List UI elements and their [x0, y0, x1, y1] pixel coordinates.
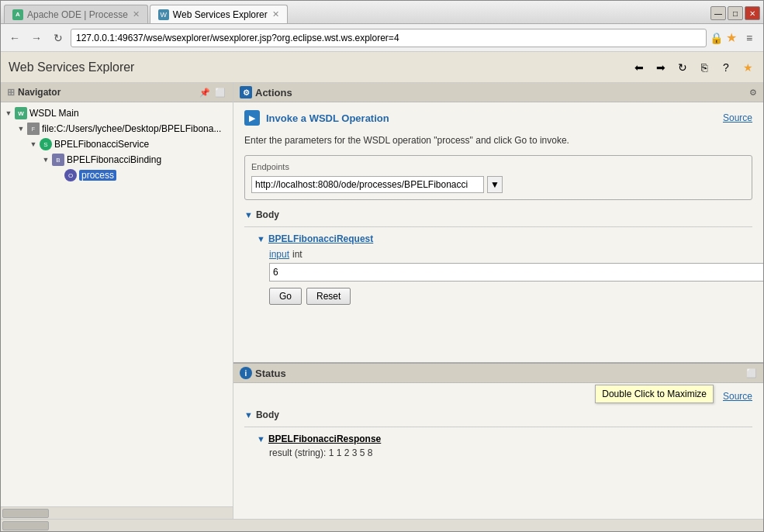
app-title: Web Services Explorer: [9, 60, 631, 74]
extension-icon[interactable]: 🔒: [710, 32, 723, 44]
status-content: Double Click to Maximize Source ▼ Body ▼: [233, 383, 763, 466]
actions-source-link[interactable]: Source: [723, 112, 752, 123]
bottom-scroll-thumb[interactable]: [2, 521, 49, 530]
reset-button[interactable]: Reset: [306, 288, 351, 305]
tab-wse[interactable]: W Web Services Explorer ✕: [150, 5, 288, 23]
maximize-button[interactable]: □: [728, 6, 743, 20]
request-section: ▼ BPELFibonacciRequest input int Go Rese…: [257, 233, 752, 305]
process-label: process: [79, 170, 116, 181]
forward-button[interactable]: →: [27, 29, 46, 47]
status-header: i Status ⬜: [233, 364, 763, 383]
status-title: i Status: [240, 367, 286, 379]
actions-content: ▶ Invoke a WSDL Operation Source Enter t…: [233, 102, 763, 313]
nav-back-icon[interactable]: ⬅: [631, 60, 647, 75]
wse-favicon: W: [158, 9, 169, 20]
actions-header: ⚙ Actions ⚙: [233, 83, 763, 102]
status-source-link[interactable]: Source: [723, 391, 752, 402]
minimize-button[interactable]: —: [710, 6, 726, 20]
body-header: ▼ Body: [244, 209, 752, 220]
tab-apache-close[interactable]: ✕: [133, 9, 140, 19]
url-bar[interactable]: [71, 29, 707, 47]
nav-forward-icon[interactable]: ➡: [653, 60, 669, 75]
input-field[interactable]: [269, 263, 763, 282]
field-label[interactable]: input: [269, 249, 289, 260]
refresh-button[interactable]: ↻: [49, 29, 67, 47]
invoke-icon: ▶: [244, 110, 260, 126]
invoke-row: ▶ Invoke a WSDL Operation Source: [244, 110, 752, 126]
body-section: ▼ Body ▼ BPELFibonacciRequest input in: [244, 209, 752, 305]
close-button[interactable]: ✕: [745, 6, 760, 20]
description-text: Enter the parameters for the WSDL operat…: [244, 135, 752, 146]
request-header[interactable]: ▼ BPELFibonacciRequest: [257, 233, 752, 244]
tab-wse-label: Web Services Explorer: [173, 9, 268, 20]
bookmark-icon[interactable]: ★: [726, 30, 737, 45]
endpoints-label: Endpoints: [251, 162, 745, 171]
menu-icon[interactable]: ≡: [740, 29, 759, 47]
navigator-title: ⊞ Navigator: [7, 87, 60, 98]
navigator-header: ⊞ Navigator 📌 ⬜: [1, 83, 233, 102]
status-resize-icon[interactable]: ⬜: [746, 368, 757, 378]
main-window: A Apache ODE | Processe ✕ W Web Services…: [0, 0, 764, 532]
expander-process[interactable]: [54, 171, 63, 180]
tree: ▼ W WSDL Main ▼ F file:C:/Users/lychee/D…: [1, 102, 233, 506]
expander-service[interactable]: ▼: [29, 140, 38, 149]
tree-item-process[interactable]: O process: [1, 168, 233, 183]
copy-icon[interactable]: ⎘: [697, 60, 712, 75]
tree-item-wsdl-main[interactable]: ▼ W WSDL Main: [1, 105, 233, 121]
scroll-thumb[interactable]: [2, 509, 49, 518]
actions-gear-icon[interactable]: ⚙: [749, 88, 757, 98]
file-icon: F: [27, 123, 40, 135]
back-button[interactable]: ←: [5, 29, 24, 47]
status-divider: [244, 427, 752, 427]
body-label: Body: [256, 209, 279, 220]
navigator-pin-icon[interactable]: 📌: [199, 86, 211, 98]
response-header: ▼ BPELFibonacciResponse: [257, 434, 752, 444]
request-collapse-arrow[interactable]: ▼: [257, 234, 265, 244]
tree-item-service[interactable]: ▼ S BPELFibonacciService: [1, 136, 233, 152]
status-icon: i: [240, 367, 252, 379]
tree-item-binding[interactable]: ▼ B BPELFibonacciBinding: [1, 152, 233, 168]
expander-wsdl-main[interactable]: ▼: [4, 109, 13, 118]
apache-favicon: A: [12, 9, 23, 20]
tab-apache-label: Apache ODE | Processe: [27, 9, 128, 20]
response-title: BPELFibonacciResponse: [268, 434, 381, 444]
browser-toolbar: ← → ↻ 🔒 ★ ≡: [1, 24, 763, 52]
favorites-icon[interactable]: ★: [740, 60, 755, 75]
navigator-maximize-icon[interactable]: ⬜: [214, 86, 226, 98]
tab-wse-close[interactable]: ✕: [272, 9, 279, 19]
status-header-icons: ⬜: [746, 368, 757, 378]
body-divider: [244, 226, 752, 227]
tab-apache[interactable]: A Apache ODE | Processe ✕: [4, 5, 148, 23]
body-collapse-arrow[interactable]: ▼: [244, 210, 253, 219]
wsdl-main-icon: W: [15, 107, 27, 119]
endpoint-input[interactable]: [251, 176, 484, 193]
expander-file[interactable]: ▼: [16, 124, 26, 133]
status-body-header: ▼ Body: [244, 409, 752, 420]
navigator-scrollbar[interactable]: [1, 506, 233, 519]
help-icon[interactable]: ?: [718, 60, 734, 75]
status-body-collapse[interactable]: ▼: [244, 410, 253, 420]
tab-bar: A Apache ODE | Processe ✕ W Web Services…: [1, 1, 763, 24]
bottom-scrollbar[interactable]: [1, 519, 763, 531]
binding-icon: B: [52, 154, 64, 166]
response-collapse-arrow[interactable]: ▼: [257, 434, 265, 444]
right-panel: ⚙ Actions ⚙ ▶ Invoke a WSDL Operation So…: [233, 83, 763, 519]
status-body-section: ▼ Body ▼ BPELFibonacciResponse result (s…: [244, 409, 752, 458]
go-button[interactable]: Go: [269, 288, 302, 305]
expander-binding[interactable]: ▼: [41, 155, 50, 164]
field-label-row: input int: [269, 249, 752, 260]
window-controls: — □ ✕: [710, 6, 760, 23]
app-header-icons: ⬅ ➡ ↻ ⎘ ? ★: [631, 60, 755, 75]
op-icon: O: [64, 169, 77, 181]
refresh-icon[interactable]: ↻: [675, 60, 690, 75]
tree-item-file[interactable]: ▼ F file:C:/Users/lychee/Desktop/BPELFib…: [1, 121, 233, 136]
actions-icon: ⚙: [240, 86, 252, 98]
app-header: Web Services Explorer ⬅ ➡ ↻ ⎘ ? ★: [1, 52, 763, 83]
request-title[interactable]: BPELFibonacciRequest: [268, 233, 373, 244]
actions-header-icons: ⚙: [749, 88, 757, 98]
action-buttons: Go Reset: [269, 288, 752, 305]
field-type: int: [292, 249, 302, 260]
response-section: ▼ BPELFibonacciResponse result (string):…: [257, 434, 752, 458]
endpoint-dropdown[interactable]: ▼: [487, 176, 503, 193]
service-icon: S: [40, 138, 52, 150]
